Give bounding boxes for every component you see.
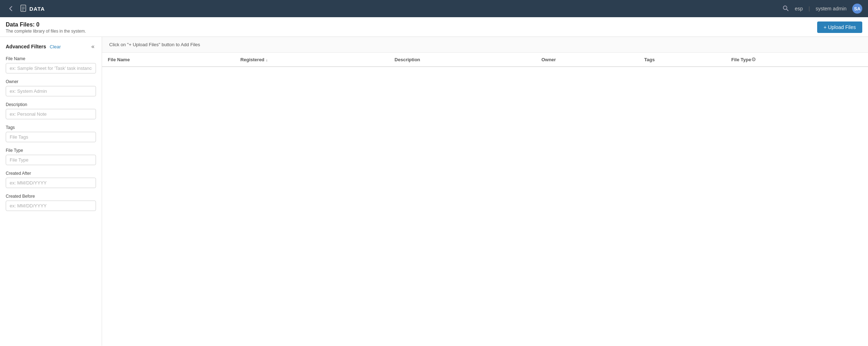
user-label: system admin	[816, 6, 847, 11]
filter-label-tags: Tags	[6, 125, 96, 130]
app-logo: DATA	[20, 5, 45, 13]
svg-rect-0	[21, 5, 26, 11]
filter-input-created-before[interactable]	[6, 201, 96, 211]
page-subtitle: The complete library of files in the sys…	[6, 29, 86, 34]
filter-group-owner: Owner	[6, 79, 96, 96]
sub-header: Data Files: 0 The complete library of fi…	[0, 17, 868, 37]
table-header-row: File NameRegistered↓DescriptionOwnerTags…	[102, 53, 868, 67]
sub-header-left: Data Files: 0 The complete library of fi…	[6, 21, 86, 34]
filter-label-created-after: Created After	[6, 171, 96, 176]
col-settings: File Type⚙	[725, 53, 868, 67]
filter-group-description: Description	[6, 102, 96, 119]
col-header-tags: Tags	[638, 53, 725, 67]
col-header-description: Description	[389, 53, 536, 67]
filter-group-tags: Tags	[6, 125, 96, 142]
filter-input-owner[interactable]	[6, 86, 96, 96]
main-layout: Advanced Filters Clear « File NameOwnerD…	[0, 37, 868, 346]
search-icon[interactable]	[782, 5, 789, 13]
filter-group-created-before: Created Before	[6, 194, 96, 211]
clear-filters-link[interactable]: Clear	[50, 44, 61, 49]
collapse-sidebar-button[interactable]: «	[90, 43, 96, 51]
back-button[interactable]	[6, 4, 16, 14]
filter-input-tags[interactable]	[6, 132, 96, 142]
filter-label-description: Description	[6, 102, 96, 107]
avatar: SA	[852, 4, 862, 14]
filter-input-file-type[interactable]	[6, 155, 96, 165]
filter-groups: File NameOwnerDescriptionTagsFile TypeCr…	[6, 56, 96, 211]
filter-input-description[interactable]	[6, 109, 96, 119]
nav-right: esp | system admin SA	[782, 4, 862, 14]
table-header: File NameRegistered↓DescriptionOwnerTags…	[102, 53, 868, 67]
content-area: Click on "+ Upload Files" button to Add …	[102, 37, 868, 346]
filter-group-file-name: File Name	[6, 56, 96, 73]
col-header-file-name[interactable]: File Name	[102, 53, 235, 67]
top-nav: DATA esp | system admin SA	[0, 0, 868, 17]
filter-group-created-after: Created After	[6, 171, 96, 188]
doc-icon	[20, 5, 26, 13]
col-header-owner: Owner	[536, 53, 638, 67]
nav-divider: |	[809, 6, 810, 11]
column-settings-button[interactable]: ⚙	[751, 56, 756, 63]
sidebar-header: Advanced Filters Clear «	[6, 43, 96, 51]
upload-files-button[interactable]: + Upload Files	[817, 21, 862, 33]
col-header-registered[interactable]: Registered↓	[235, 53, 389, 67]
filter-label-file-name: File Name	[6, 56, 96, 61]
filter-input-created-after[interactable]	[6, 178, 96, 188]
filter-input-file-name[interactable]	[6, 63, 96, 73]
language-label: esp	[795, 6, 803, 11]
app-name-label: DATA	[29, 6, 45, 12]
sidebar-title: Advanced Filters	[6, 44, 46, 49]
nav-left: DATA	[6, 4, 45, 14]
svg-line-5	[787, 9, 789, 11]
sidebar-title-row: Advanced Filters Clear	[6, 44, 61, 49]
filter-label-file-type: File Type	[6, 148, 96, 153]
filter-label-owner: Owner	[6, 79, 96, 84]
info-bar: Click on "+ Upload Files" button to Add …	[102, 37, 868, 53]
page-title: Data Files: 0	[6, 21, 86, 28]
filter-label-created-before: Created Before	[6, 194, 96, 199]
filter-group-file-type: File Type	[6, 148, 96, 165]
col-file-type-label: File Type	[731, 57, 751, 62]
sort-icon-registered: ↓	[266, 58, 268, 62]
sidebar: Advanced Filters Clear « File NameOwnerD…	[0, 37, 102, 346]
data-table: File NameRegistered↓DescriptionOwnerTags…	[102, 53, 868, 67]
